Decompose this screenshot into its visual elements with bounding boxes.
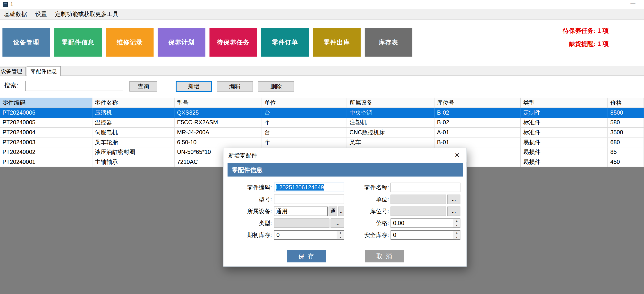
table-cell[interactable]: PT20240004 (0, 128, 92, 138)
table-cell[interactable]: 台 (262, 108, 347, 118)
column-header-8[interactable]: 价格 (608, 98, 644, 108)
safety-stock-spinner[interactable]: ▲ ▼ (453, 231, 460, 240)
price-input[interactable]: 0.00 ▲ ▼ (390, 218, 460, 228)
toolbar-button-repair-records[interactable]: 维修记录 (106, 28, 154, 56)
spinner-up-icon[interactable]: ▲ (337, 231, 344, 236)
table-cell[interactable]: 定制件 (521, 108, 608, 118)
table-cell[interactable]: 450 (608, 157, 644, 167)
table-cell[interactable]: 标准件 (521, 118, 608, 128)
table-cell[interactable]: 叉车轮胎 (92, 138, 174, 148)
table-cell[interactable]: PT20240006 (0, 108, 92, 118)
initial-stock-input[interactable]: 0 ▲ ▼ (274, 230, 344, 240)
save-button[interactable]: 保 存 (287, 250, 326, 262)
table-cell[interactable]: 温控器 (92, 118, 174, 128)
table-cell[interactable]: QXS325 (174, 108, 262, 118)
part-code-input[interactable]: L20251206124649 (274, 183, 344, 192)
dialog-titlebar[interactable]: 新增零配件 ✕ (224, 148, 466, 162)
table-cell[interactable]: 580 (608, 118, 644, 128)
table-row[interactable]: PT20240004伺服电机MR-J4-200A台CNC数控机床A-01标准件3… (0, 128, 644, 138)
menu-item-2[interactable]: 设置 (31, 9, 51, 19)
table-cell[interactable]: PT20240002 (0, 147, 92, 157)
table-cell[interactable]: E5CC-RX2ASM (174, 118, 262, 128)
toolbar-button-parts-outbound[interactable]: 零件出库 (313, 28, 360, 56)
table-row[interactable]: PT20240005温控器E5CC-RX2ASM个注塑机B-02标准件580 (0, 118, 644, 128)
toolbar-button-equipment-management[interactable]: 设备管理 (2, 28, 50, 56)
column-header-6[interactable]: 库位号 (434, 98, 521, 108)
delete-button[interactable]: 删除 (258, 81, 294, 92)
table-cell[interactable]: PT20240005 (0, 118, 92, 128)
add-button[interactable]: 新增 (176, 81, 212, 92)
table-cell[interactable]: B-02 (434, 108, 521, 118)
spinner-up-icon[interactable]: ▲ (453, 219, 460, 223)
location-input[interactable] (390, 206, 446, 216)
table-cell[interactable]: MR-J4-200A (174, 128, 262, 138)
spinner-down-icon[interactable]: ▼ (453, 223, 460, 228)
table-cell[interactable]: 3500 (608, 128, 644, 138)
price-spinner[interactable]: ▲ ▼ (453, 219, 460, 228)
equipment-dropdown-button[interactable]: 通 (328, 206, 337, 216)
type-input[interactable] (274, 218, 329, 228)
table-cell[interactable]: 8500 (608, 108, 644, 118)
toolbar-zone: 设备管理零配件信息维修记录保养计划待保养任务零件订单零件出库库存表 待保养任务:… (0, 20, 644, 66)
table-cell[interactable]: 液压油缸密封圈 (92, 147, 174, 157)
table-cell[interactable]: B-01 (434, 138, 521, 148)
model-input[interactable] (274, 195, 344, 204)
column-header-3[interactable]: 型号 (174, 98, 262, 108)
menu-item-3[interactable]: 定制功能或获取更多工具 (51, 9, 122, 19)
table-cell[interactable]: PT20240003 (0, 138, 92, 148)
column-header-2[interactable]: 零件名称 (92, 98, 174, 108)
menu-item-1[interactable]: 基础数据 (0, 9, 31, 19)
minimize-button[interactable]: — (627, 0, 639, 6)
table-cell[interactable]: B-02 (434, 118, 521, 128)
part-name-input[interactable] (390, 183, 460, 192)
table-cell[interactable]: 标准件 (521, 128, 608, 138)
table-row[interactable]: PT20240006压缩机QXS325台中央空调B-02定制件8500 (0, 108, 644, 118)
table-cell[interactable]: 主轴轴承 (92, 157, 174, 167)
table-cell[interactable]: 易损件 (521, 157, 608, 167)
type-browse-button[interactable]: ... (330, 218, 344, 228)
toolbar-button-maintenance-plan[interactable]: 保养计划 (158, 28, 205, 56)
table-cell[interactable]: 6.50-10 (174, 138, 262, 148)
cancel-button[interactable]: 取 消 (365, 250, 404, 262)
column-header-5[interactable]: 所属设备 (347, 98, 434, 108)
equipment-browse-button[interactable]: .. (338, 206, 344, 216)
close-icon[interactable]: ✕ (450, 150, 464, 161)
toolbar-button-inventory-table[interactable]: 库存表 (365, 28, 412, 56)
table-cell[interactable]: 个 (262, 118, 347, 128)
toolbar-button-parts-order[interactable]: 零件订单 (261, 28, 309, 56)
table-cell[interactable]: 中央空调 (347, 108, 434, 118)
table-cell[interactable]: 压缩机 (92, 108, 174, 118)
table-cell[interactable]: 680 (608, 138, 644, 148)
unit-input[interactable] (390, 195, 446, 204)
initial-stock-spinner[interactable]: ▲ ▼ (337, 231, 344, 240)
spinner-up-icon[interactable]: ▲ (453, 231, 460, 236)
table-cell[interactable]: 叉车 (347, 138, 434, 148)
table-cell[interactable]: 易损件 (521, 147, 608, 157)
spinner-down-icon[interactable]: ▼ (337, 235, 344, 240)
table-cell[interactable]: A-01 (434, 128, 521, 138)
tab-equipment-management[interactable]: 设备管理 (0, 67, 26, 76)
table-cell[interactable]: 85 (608, 147, 644, 157)
safety-stock-input[interactable]: 0 ▲ ▼ (390, 230, 460, 240)
table-cell[interactable]: 个 (262, 138, 347, 148)
table-row[interactable]: PT20240003叉车轮胎6.50-10个叉车B-01易损件680 (0, 138, 644, 148)
table-cell[interactable]: 伺服电机 (92, 128, 174, 138)
toolbar-button-parts-info[interactable]: 零配件信息 (54, 28, 102, 56)
search-input[interactable] (26, 81, 123, 91)
equipment-input[interactable]: 通用 (274, 206, 328, 216)
edit-button[interactable]: 编辑 (217, 81, 253, 92)
table-cell[interactable]: PT20240001 (0, 157, 92, 167)
column-header-7[interactable]: 类型 (521, 98, 608, 108)
table-cell[interactable]: 台 (262, 128, 347, 138)
table-cell[interactable]: 注塑机 (347, 118, 434, 128)
spinner-down-icon[interactable]: ▼ (453, 235, 460, 240)
unit-browse-button[interactable]: ... (447, 195, 460, 204)
location-browse-button[interactable]: ... (447, 206, 460, 216)
table-cell[interactable]: CNC数控机床 (347, 128, 434, 138)
column-header-4[interactable]: 单位 (262, 98, 347, 108)
column-header-1[interactable]: 零件编码 (0, 98, 92, 108)
query-button[interactable]: 查询 (130, 81, 157, 92)
table-cell[interactable]: 易损件 (521, 138, 608, 148)
tab-parts-info[interactable]: 零配件信息 (27, 66, 61, 76)
toolbar-button-pending-maintenance-tasks[interactable]: 待保养任务 (210, 28, 257, 56)
